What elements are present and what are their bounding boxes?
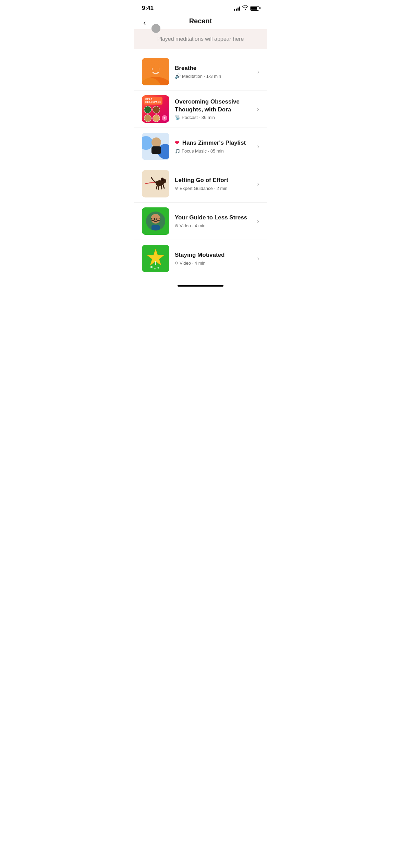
item-title: Letting Go of Effort xyxy=(175,177,254,184)
item-title: ❤ Hans Zimmer's Playlist xyxy=(175,139,254,147)
item-thumbnail-motivated xyxy=(142,245,169,272)
svg-point-8 xyxy=(151,137,161,147)
meta-icon: 🔊 xyxy=(175,73,181,79)
heart-icon: ❤ xyxy=(175,140,179,146)
item-content-letting: Letting Go of Effort ⊙ Expert Guidance ·… xyxy=(175,177,254,191)
chevron-icon: › xyxy=(257,255,259,262)
chevron-icon: › xyxy=(257,68,259,75)
meta-icon: 🎵 xyxy=(175,148,180,154)
item-content-podcast: Overcoming Obsessive Thoughts, with Dora… xyxy=(175,98,254,120)
wifi-icon xyxy=(242,5,248,11)
podcast-label: DearHeadspace xyxy=(144,97,162,105)
home-bar xyxy=(178,285,223,287)
header: ‹ Recent xyxy=(134,14,267,29)
avatar xyxy=(151,24,160,33)
item-meta: 🔊 Meditation · 1-3 min xyxy=(175,73,254,79)
content-list: Breathe 🔊 Meditation · 1-3 min › DearHea… xyxy=(134,50,267,280)
svg-rect-24 xyxy=(151,225,160,230)
svg-line-16 xyxy=(161,185,162,189)
meta-icon: 📡 xyxy=(175,115,180,120)
battery-icon xyxy=(250,6,259,11)
svg-point-28 xyxy=(154,268,156,269)
item-content-breathe: Breathe 🔊 Meditation · 1-3 min xyxy=(175,64,254,79)
back-button[interactable]: ‹ xyxy=(142,17,147,29)
meta-icon: ⊙ xyxy=(175,261,178,265)
item-content-motivated: Staying Motivated ⊙ Video · 4 min xyxy=(175,251,254,265)
meta-text: Video · 4 min xyxy=(180,223,206,228)
meta-text: Focus Music · 85 min xyxy=(182,148,224,154)
item-thumbnail-letting xyxy=(142,170,169,197)
meta-icon: ⊙ xyxy=(175,186,178,191)
status-icons xyxy=(234,5,259,11)
list-item[interactable]: Letting Go of Effort ⊙ Expert Guidance ·… xyxy=(134,165,267,203)
item-thumbnail-podcast: DearHeadspace ★ xyxy=(142,95,169,123)
item-meta: ⊙ Video · 4 min xyxy=(175,223,254,228)
svg-rect-9 xyxy=(151,146,161,154)
chevron-icon: › xyxy=(257,143,259,150)
meta-text: Meditation · 1-3 min xyxy=(182,74,221,79)
item-title: Overcoming Obsessive Thoughts, with Dora xyxy=(175,98,254,113)
item-meta: ⊙ Video · 4 min xyxy=(175,261,254,266)
chevron-icon: › xyxy=(257,218,259,225)
item-meta: ⊙ Expert Guidance · 2 min xyxy=(175,186,254,191)
meta-text: Podcast · 36 min xyxy=(182,115,215,120)
list-item[interactable]: ❤ Hans Zimmer's Playlist 🎵 Focus Music ·… xyxy=(134,128,267,165)
status-bar: 9:41 xyxy=(134,0,267,14)
signal-icon xyxy=(234,6,240,11)
item-title: Staying Motivated xyxy=(175,251,254,259)
item-meta: 📡 Podcast · 36 min xyxy=(175,115,254,120)
svg-point-27 xyxy=(150,266,153,268)
item-title: Breathe xyxy=(175,64,254,72)
chevron-icon: › xyxy=(257,106,259,113)
svg-line-15 xyxy=(158,185,159,189)
svg-point-29 xyxy=(158,267,159,269)
list-item[interactable]: Staying Motivated ⊙ Video · 4 min › xyxy=(134,240,267,277)
banner-text: Played meditations will appear here xyxy=(157,36,244,42)
list-item[interactable]: Your Guide to Less Stress ⊙ Video · 4 mi… xyxy=(134,203,267,240)
chevron-icon: › xyxy=(257,180,259,188)
status-time: 9:41 xyxy=(142,5,154,12)
page-title: Recent xyxy=(189,17,212,25)
item-meta: 🎵 Focus Music · 85 min xyxy=(175,148,254,154)
home-indicator xyxy=(134,281,267,289)
meta-text: Expert Guidance · 2 min xyxy=(180,186,227,191)
meta-icon: ⊙ xyxy=(175,223,178,228)
item-thumbnail-guide xyxy=(142,207,169,235)
list-item[interactable]: DearHeadspace ★ Overcoming Obsessive Tho… xyxy=(134,91,267,128)
item-thumbnail-breathe xyxy=(142,58,169,85)
item-content-hans: ❤ Hans Zimmer's Playlist 🎵 Focus Music ·… xyxy=(175,139,254,153)
item-title: Your Guide to Less Stress xyxy=(175,214,254,221)
list-item[interactable]: Breathe 🔊 Meditation · 1-3 min › xyxy=(134,53,267,91)
svg-point-20 xyxy=(151,214,160,224)
item-content-guide: Your Guide to Less Stress ⊙ Video · 4 mi… xyxy=(175,214,254,228)
meta-text: Video · 4 min xyxy=(180,261,206,266)
item-thumbnail-hans xyxy=(142,133,169,160)
